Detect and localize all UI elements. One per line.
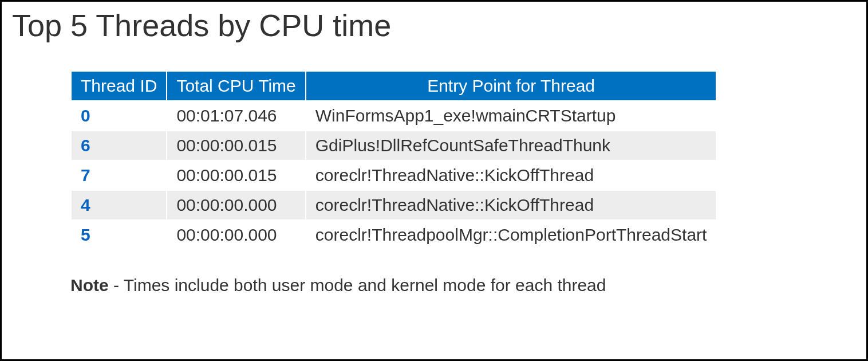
note-body: - Times include both user mode and kerne… [109, 276, 606, 295]
entry-point-cell: coreclr!ThreadNative::KickOffThread [306, 190, 717, 220]
header-cpu-time: Total CPU Time [167, 71, 305, 101]
entry-point-cell: coreclr!ThreadNative::KickOffThread [306, 160, 717, 190]
entry-point-cell: GdiPlus!DllRefCountSafeThreadThunk [306, 131, 717, 160]
note-text: Note - Times include both user mode and … [70, 276, 856, 295]
entry-point-cell: WinFormsApp1_exe!wmainCRTStartup [306, 101, 717, 131]
note-label: Note [70, 276, 109, 295]
cpu-time-cell: 00:00:00.015 [167, 160, 305, 190]
table-row: 0 00:01:07.046 WinFormsApp1_exe!wmainCRT… [71, 101, 716, 131]
table-row: 7 00:00:00.015 coreclr!ThreadNative::Kic… [71, 160, 716, 190]
thread-id-link[interactable]: 0 [71, 101, 167, 131]
thread-id-link[interactable]: 6 [71, 131, 167, 160]
threads-table: Thread ID Total CPU Time Entry Point for… [70, 70, 717, 250]
cpu-time-cell: 00:00:00.015 [167, 131, 305, 160]
thread-id-link[interactable]: 4 [71, 190, 167, 220]
page-title: Top 5 Threads by CPU time [12, 7, 856, 43]
cpu-time-cell: 00:00:00.000 [167, 220, 305, 250]
header-thread-id: Thread ID [71, 71, 167, 101]
table-header-row: Thread ID Total CPU Time Entry Point for… [71, 71, 716, 101]
thread-id-link[interactable]: 5 [71, 220, 167, 250]
threads-table-wrapper: Thread ID Total CPU Time Entry Point for… [70, 70, 845, 250]
table-row: 5 00:00:00.000 coreclr!ThreadpoolMgr::Co… [71, 220, 716, 250]
thread-id-link[interactable]: 7 [71, 160, 167, 190]
table-row: 4 00:00:00.000 coreclr!ThreadNative::Kic… [71, 190, 716, 220]
table-row: 6 00:00:00.015 GdiPlus!DllRefCountSafeTh… [71, 131, 716, 160]
cpu-time-cell: 00:00:00.000 [167, 190, 305, 220]
header-entry-point: Entry Point for Thread [306, 71, 717, 101]
cpu-time-cell: 00:01:07.046 [167, 101, 305, 131]
entry-point-cell: coreclr!ThreadpoolMgr::CompletionPortThr… [306, 220, 717, 250]
